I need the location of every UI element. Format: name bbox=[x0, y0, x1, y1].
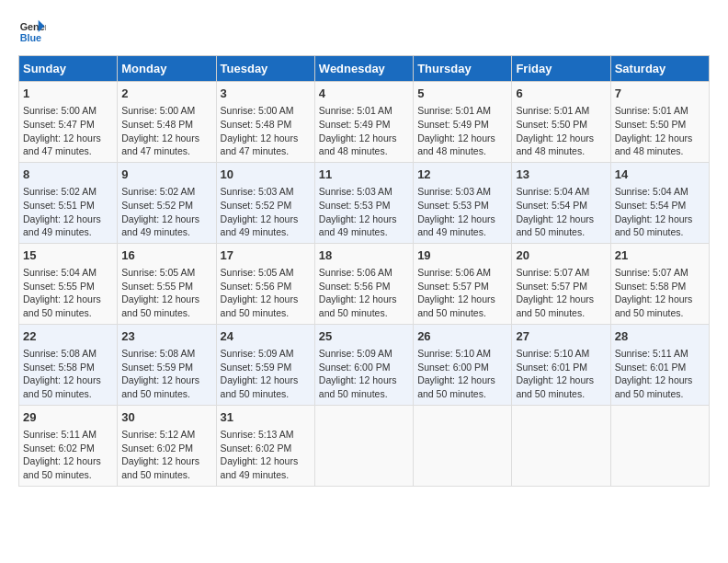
day-info: Daylight: 12 hours bbox=[615, 132, 705, 145]
calendar-cell: 3Sunrise: 5:00 AMSunset: 5:48 PMDaylight… bbox=[216, 82, 314, 163]
day-number: 17 bbox=[221, 247, 311, 264]
day-info: Daylight: 12 hours bbox=[221, 213, 311, 226]
day-info: Sunset: 5:47 PM bbox=[23, 118, 113, 132]
day-info: Daylight: 12 hours bbox=[417, 132, 507, 145]
day-number: 28 bbox=[615, 328, 705, 345]
day-number: 22 bbox=[23, 328, 113, 345]
day-number: 30 bbox=[121, 409, 211, 426]
day-number: 23 bbox=[121, 328, 211, 345]
day-info: and 49 minutes. bbox=[221, 225, 311, 239]
day-number: 7 bbox=[615, 86, 705, 102]
day-number: 1 bbox=[23, 86, 113, 102]
day-info: Daylight: 12 hours bbox=[23, 132, 113, 145]
calendar-cell: 1Sunrise: 5:00 AMSunset: 5:47 PMDaylight… bbox=[19, 82, 118, 163]
calendar-cell: 6Sunrise: 5:01 AMSunset: 5:50 PMDaylight… bbox=[512, 82, 610, 163]
calendar-cell: 21Sunrise: 5:07 AMSunset: 5:58 PMDayligh… bbox=[610, 243, 709, 324]
day-info: Daylight: 12 hours bbox=[121, 454, 211, 468]
calendar-week-row: 22Sunrise: 5:08 AMSunset: 5:58 PMDayligh… bbox=[19, 324, 710, 405]
day-info: Sunset: 5:53 PM bbox=[417, 199, 507, 213]
calendar-cell: 23Sunrise: 5:08 AMSunset: 5:59 PMDayligh… bbox=[118, 324, 216, 405]
calendar-cell: 5Sunrise: 5:01 AMSunset: 5:49 PMDaylight… bbox=[414, 82, 512, 163]
day-info: Daylight: 12 hours bbox=[319, 213, 409, 226]
day-info: Sunset: 5:57 PM bbox=[516, 280, 606, 293]
day-info: Sunset: 5:52 PM bbox=[121, 199, 211, 213]
svg-text:Blue: Blue bbox=[20, 32, 41, 43]
day-info: Sunrise: 5:08 AM bbox=[23, 347, 113, 361]
day-info: Daylight: 12 hours bbox=[516, 132, 606, 145]
day-number: 19 bbox=[417, 247, 507, 264]
day-info: and 50 minutes. bbox=[221, 387, 311, 401]
day-info: Sunrise: 5:06 AM bbox=[319, 266, 409, 280]
calendar-cell: 8Sunrise: 5:02 AMSunset: 5:51 PMDaylight… bbox=[19, 162, 118, 243]
day-info: Daylight: 12 hours bbox=[615, 293, 705, 306]
calendar-week-row: 15Sunrise: 5:04 AMSunset: 5:55 PMDayligh… bbox=[19, 243, 710, 324]
day-info: Sunrise: 5:09 AM bbox=[221, 347, 311, 361]
day-number: 3 bbox=[221, 86, 311, 102]
day-number: 27 bbox=[516, 328, 606, 345]
day-info: Daylight: 12 hours bbox=[121, 293, 211, 306]
calendar-cell: 20Sunrise: 5:07 AMSunset: 5:57 PMDayligh… bbox=[512, 243, 610, 324]
column-header-saturday: Saturday bbox=[610, 56, 709, 82]
day-info: and 50 minutes. bbox=[615, 225, 705, 239]
day-info: Sunset: 5:57 PM bbox=[417, 280, 507, 293]
calendar-cell bbox=[610, 405, 709, 486]
calendar-cell: 24Sunrise: 5:09 AMSunset: 5:59 PMDayligh… bbox=[216, 324, 314, 405]
day-info: Daylight: 12 hours bbox=[615, 213, 705, 226]
calendar-cell: 27Sunrise: 5:10 AMSunset: 6:01 PMDayligh… bbox=[512, 324, 610, 405]
day-info: and 50 minutes. bbox=[121, 387, 211, 401]
calendar-cell: 4Sunrise: 5:01 AMSunset: 5:49 PMDaylight… bbox=[314, 82, 413, 163]
day-info: Sunset: 5:54 PM bbox=[516, 199, 606, 213]
day-info: and 50 minutes. bbox=[516, 306, 606, 320]
calendar-cell: 7Sunrise: 5:01 AMSunset: 5:50 PMDaylight… bbox=[610, 82, 709, 163]
day-info: Daylight: 12 hours bbox=[221, 293, 311, 306]
day-info: Sunset: 5:48 PM bbox=[121, 118, 211, 132]
day-info: and 50 minutes. bbox=[23, 306, 113, 320]
day-info: and 50 minutes. bbox=[23, 468, 113, 482]
day-info: Sunrise: 5:00 AM bbox=[23, 104, 113, 118]
day-info: Sunrise: 5:07 AM bbox=[516, 266, 606, 280]
day-info: and 48 minutes. bbox=[516, 144, 606, 158]
day-info: Sunrise: 5:04 AM bbox=[23, 266, 113, 280]
day-info: Sunrise: 5:01 AM bbox=[615, 104, 705, 118]
day-info: and 49 minutes. bbox=[319, 225, 409, 239]
day-info: Sunrise: 5:07 AM bbox=[615, 266, 705, 280]
day-info: Daylight: 12 hours bbox=[23, 373, 113, 387]
calendar-cell: 31Sunrise: 5:13 AMSunset: 6:02 PMDayligh… bbox=[216, 405, 314, 486]
day-info: Sunrise: 5:01 AM bbox=[417, 104, 507, 118]
calendar-cell: 19Sunrise: 5:06 AMSunset: 5:57 PMDayligh… bbox=[414, 243, 512, 324]
calendar-cell: 12Sunrise: 5:03 AMSunset: 5:53 PMDayligh… bbox=[414, 162, 512, 243]
day-number: 13 bbox=[516, 167, 606, 183]
day-number: 31 bbox=[221, 409, 311, 426]
day-info: Daylight: 12 hours bbox=[121, 132, 211, 145]
calendar-header-row: SundayMondayTuesdayWednesdayThursdayFrid… bbox=[19, 56, 710, 82]
day-info: Sunset: 6:01 PM bbox=[615, 361, 705, 374]
day-info: Daylight: 12 hours bbox=[615, 373, 705, 387]
day-info: Sunrise: 5:00 AM bbox=[121, 104, 211, 118]
calendar-cell: 2Sunrise: 5:00 AMSunset: 5:48 PMDaylight… bbox=[118, 82, 216, 163]
day-info: Sunset: 5:49 PM bbox=[417, 118, 507, 132]
day-info: Sunrise: 5:11 AM bbox=[23, 428, 113, 442]
calendar-cell bbox=[512, 405, 610, 486]
day-info: Sunrise: 5:01 AM bbox=[319, 104, 409, 118]
day-number: 12 bbox=[417, 167, 507, 183]
day-info: Sunrise: 5:09 AM bbox=[319, 347, 409, 361]
logo: General Blue bbox=[18, 18, 46, 46]
day-info: Daylight: 12 hours bbox=[221, 373, 311, 387]
day-number: 2 bbox=[121, 86, 211, 102]
day-info: Sunset: 5:58 PM bbox=[23, 361, 113, 374]
day-number: 11 bbox=[319, 167, 409, 183]
day-info: Sunrise: 5:03 AM bbox=[417, 185, 507, 199]
day-info: Daylight: 12 hours bbox=[417, 213, 507, 226]
day-info: and 49 minutes. bbox=[23, 225, 113, 239]
calendar-cell: 10Sunrise: 5:03 AMSunset: 5:52 PMDayligh… bbox=[216, 162, 314, 243]
day-info: Sunrise: 5:03 AM bbox=[319, 185, 409, 199]
day-number: 8 bbox=[23, 167, 113, 183]
day-number: 25 bbox=[319, 328, 409, 345]
day-info: and 48 minutes. bbox=[417, 144, 507, 158]
day-info: Daylight: 12 hours bbox=[319, 293, 409, 306]
day-number: 21 bbox=[615, 247, 705, 264]
calendar-cell bbox=[414, 405, 512, 486]
day-info: Daylight: 12 hours bbox=[319, 132, 409, 145]
day-info: Daylight: 12 hours bbox=[121, 373, 211, 387]
day-info: Daylight: 12 hours bbox=[516, 213, 606, 226]
